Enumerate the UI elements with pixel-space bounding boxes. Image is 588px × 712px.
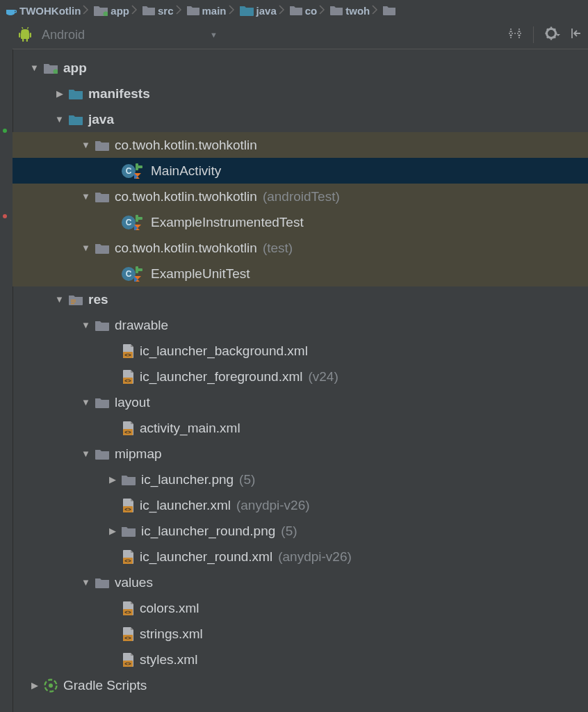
tree-item-mipmap[interactable]: ▼mipmap bbox=[13, 441, 588, 467]
tree-item-strings-xml[interactable]: <>strings.xml bbox=[13, 621, 588, 647]
tree-item-drawable[interactable]: ▼drawable bbox=[13, 312, 588, 338]
chevron-down-icon[interactable]: ▼ bbox=[81, 577, 91, 588]
tree-item-exampleinstrumentedtest[interactable]: CExampleInstrumentedTest bbox=[13, 209, 588, 235]
tree-item-label: ic_launcher_background.xml bbox=[140, 343, 308, 359]
tree-item-label: ExampleUnitTest bbox=[151, 266, 250, 282]
tree-item-ic-launcher-foreground-xml[interactable]: <>ic_launcher_foreground.xml(v24) bbox=[13, 364, 588, 389]
tree-item-suffix: (androidTest) bbox=[263, 189, 340, 204]
tree-item-label: strings.xml bbox=[140, 626, 203, 642]
breadcrumb-twoh[interactable]: twoh bbox=[330, 5, 370, 17]
chevron-right-icon bbox=[319, 3, 328, 18]
chevron-down-icon[interactable]: ▼ bbox=[81, 140, 91, 150]
tree-item-label: layout bbox=[115, 395, 150, 410]
svg-rect-32 bbox=[136, 268, 142, 271]
tree-item-label: ExampleInstrumentedTest bbox=[151, 215, 304, 230]
tree-item-label: ic_launcher_round.xml bbox=[140, 549, 272, 565]
svg-rect-34 bbox=[71, 301, 76, 302]
chevron-right-icon[interactable]: ▶ bbox=[107, 526, 117, 536]
chevron-down-icon[interactable]: ▼ bbox=[81, 448, 91, 459]
tree-item-colors-xml[interactable]: <>colors.xml bbox=[13, 595, 588, 621]
chevron-down-icon[interactable]: ▼ bbox=[54, 114, 65, 124]
tree-item-activity-main-xml[interactable]: <>activity_main.xml bbox=[13, 415, 588, 441]
breadcrumb-java[interactable]: java bbox=[240, 5, 277, 17]
xml-icon: <> bbox=[122, 499, 134, 512]
svg-text:<>: <> bbox=[124, 558, 131, 564]
tree-item-label: co.twoh.kotlin.twohkotlin bbox=[115, 189, 257, 204]
tree-item-label: manifests bbox=[88, 86, 150, 102]
collapse-icon[interactable] bbox=[508, 26, 522, 44]
tree-item-app[interactable]: ▼app bbox=[13, 55, 588, 81]
svg-rect-15 bbox=[555, 32, 557, 33]
svg-rect-5 bbox=[19, 33, 20, 38]
tree-item-label: MainActivity bbox=[151, 163, 221, 179]
breadcrumb-main[interactable]: main bbox=[187, 5, 227, 17]
chevron-right-icon bbox=[279, 3, 288, 18]
tree-item-label: res bbox=[88, 292, 108, 307]
tree-item-exampleunittest[interactable]: CExampleUnitTest bbox=[13, 261, 588, 286]
package-icon bbox=[95, 243, 109, 254]
gear-icon[interactable] bbox=[545, 26, 560, 44]
tree-item-layout[interactable]: ▼layout bbox=[13, 389, 588, 415]
tree-item-co-twoh-kotlin-twohkotlin[interactable]: ▼co.twoh.kotlin.twohkotlin bbox=[13, 132, 588, 158]
tree-item-gradle-scripts[interactable]: ▶Gradle Scripts bbox=[13, 672, 588, 698]
svg-rect-4 bbox=[21, 33, 29, 39]
chevron-right-icon bbox=[372, 3, 381, 18]
package-icon bbox=[95, 448, 109, 460]
tree-item-values[interactable]: ▼values bbox=[13, 569, 588, 595]
android-icon bbox=[18, 27, 32, 42]
tree-item-label: ic_launcher_foreground.xml bbox=[140, 369, 302, 385]
tree-item-res[interactable]: ▼res bbox=[13, 286, 588, 312]
chevron-right-icon[interactable]: ▶ bbox=[29, 680, 40, 690]
chevron-down-icon[interactable]: ▼ bbox=[81, 243, 91, 253]
tree-item-ic-launcher-round-png[interactable]: ▶ic_launcher_round.png(5) bbox=[13, 518, 588, 544]
svg-point-11 bbox=[549, 31, 554, 35]
tree-item-java[interactable]: ▼java bbox=[13, 106, 588, 132]
hide-icon[interactable] bbox=[570, 27, 582, 43]
view-selector[interactable]: Android bbox=[42, 28, 85, 42]
chevron-down-icon[interactable]: ▼ bbox=[29, 63, 40, 73]
tree-item-ic-launcher-xml[interactable]: <>ic_launcher.xml(anydpi-v26) bbox=[13, 492, 588, 518]
breadcrumb-app[interactable]: app bbox=[94, 5, 129, 17]
breadcrumb-TWOHKotlin[interactable]: TWOHKotlin bbox=[6, 5, 81, 17]
chevron-right-icon bbox=[229, 3, 238, 18]
svg-rect-6 bbox=[30, 33, 31, 38]
tree-item-label: ic_launcher.xml bbox=[140, 498, 231, 513]
package-icon bbox=[95, 577, 109, 588]
svg-rect-28 bbox=[136, 217, 142, 220]
chevron-right-icon[interactable]: ▶ bbox=[107, 474, 117, 485]
xml-icon: <> bbox=[122, 370, 134, 384]
breadcrumb-more[interactable] bbox=[383, 6, 398, 15]
tree-item-label: co.twoh.kotlin.twohkotlin bbox=[115, 138, 257, 153]
svg-text:<>: <> bbox=[124, 661, 131, 667]
tree-item-label: co.twoh.kotlin.twohkotlin bbox=[115, 241, 257, 256]
tree-item-ic-launcher-png[interactable]: ▶ic_launcher.png(5) bbox=[13, 467, 588, 492]
tree-item-co-twoh-kotlin-twohkotlin[interactable]: ▼co.twoh.kotlin.twohkotlin(androidTest) bbox=[13, 184, 588, 209]
divider bbox=[533, 26, 534, 43]
chevron-down-icon[interactable]: ▼ bbox=[210, 31, 218, 39]
tree-item-label: java bbox=[88, 112, 114, 127]
tree-item-ic-launcher-round-xml[interactable]: <>ic_launcher_round.xml(anydpi-v26) bbox=[13, 544, 588, 569]
breadcrumb-src[interactable]: src bbox=[142, 5, 174, 17]
svg-point-53 bbox=[49, 683, 53, 688]
svg-text:C: C bbox=[126, 269, 132, 279]
tree-item-co-twoh-kotlin-twohkotlin[interactable]: ▼co.twoh.kotlin.twohkotlin(test) bbox=[13, 235, 588, 261]
tree-item-suffix: (anydpi-v26) bbox=[236, 498, 310, 513]
chevron-down-icon[interactable]: ▼ bbox=[54, 294, 65, 305]
tree-item-label: drawable bbox=[115, 318, 168, 333]
breadcrumb-co[interactable]: co bbox=[290, 5, 318, 17]
chevron-down-icon[interactable]: ▼ bbox=[81, 397, 91, 407]
tree-item-suffix: (5) bbox=[239, 472, 255, 487]
chevron-right-icon[interactable]: ▶ bbox=[54, 88, 65, 99]
tree-item-manifests[interactable]: ▶manifests bbox=[13, 81, 588, 106]
tree-item-ic-launcher-background-xml[interactable]: <>ic_launcher_background.xml bbox=[13, 338, 588, 364]
tree-item-styles-xml[interactable]: <>styles.xml bbox=[13, 647, 588, 672]
chevron-down-icon[interactable]: ▼ bbox=[81, 191, 91, 202]
svg-rect-33 bbox=[71, 300, 76, 300]
tree-item-label: mipmap bbox=[115, 446, 162, 462]
tree-item-mainactivity[interactable]: CMainActivity bbox=[13, 158, 588, 184]
package-icon bbox=[95, 397, 109, 408]
tree-item-label: ic_launcher.png bbox=[141, 472, 234, 487]
chevron-down-icon[interactable]: ▼ bbox=[81, 320, 91, 330]
svg-text:<>: <> bbox=[124, 635, 131, 641]
breadcrumb: TWOHKotlinappsrcmainjavacotwoh bbox=[0, 0, 588, 22]
